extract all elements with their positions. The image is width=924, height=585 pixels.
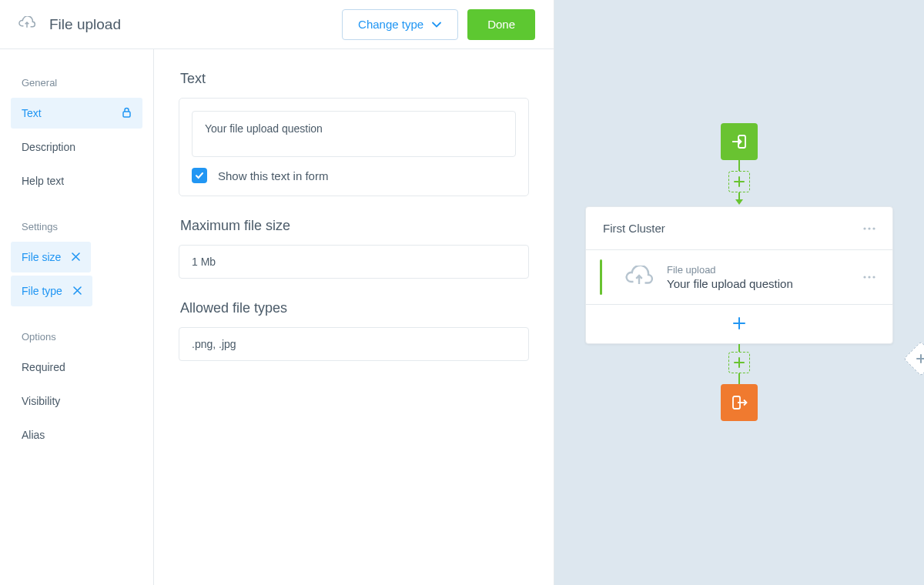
svg-point-6	[868, 276, 870, 278]
sidebar-item-label: File type	[22, 285, 62, 297]
done-button[interactable]: Done	[467, 9, 535, 40]
change-type-button[interactable]: Change type	[342, 9, 458, 40]
editor-header: File upload Change type Done	[0, 0, 554, 49]
plus-icon	[916, 353, 924, 364]
sidebar-item-label: Visibility	[22, 395, 60, 407]
sidebar-item-label: Description	[22, 141, 75, 153]
svg-point-4	[872, 227, 875, 229]
done-label: Done	[487, 18, 515, 31]
plus-icon	[734, 357, 745, 368]
cloud-upload-icon	[18, 16, 35, 33]
cluster-question-row[interactable]: File upload Your file upload question	[586, 250, 892, 305]
remove-icon[interactable]	[72, 251, 80, 263]
show-in-form-row[interactable]: Show this text in form	[192, 168, 516, 183]
question-text: Your file upload question	[667, 277, 793, 290]
exit-icon	[731, 394, 748, 411]
lock-icon	[122, 107, 132, 120]
max-size-input[interactable]: 1 Mb	[179, 245, 529, 279]
checkbox-checked-icon[interactable]	[192, 168, 207, 183]
enter-icon	[731, 133, 748, 150]
sidebar-item-help-text[interactable]: Help text	[11, 165, 142, 196]
max-size-value: 1 Mb	[192, 256, 216, 268]
section-general: General	[11, 71, 142, 95]
text-input-value: Your file upload question	[205, 122, 323, 135]
allowed-types-input[interactable]: .png, .jpg	[179, 327, 529, 361]
sidebar-item-label: Required	[22, 361, 65, 373]
svg-rect-0	[123, 112, 130, 117]
show-in-form-label: Show this text in form	[218, 169, 328, 182]
sidebar-item-label: File size	[22, 251, 61, 263]
allowed-types-value: .png, .jpg	[192, 338, 236, 350]
sidebar-item-label: Help text	[22, 175, 64, 187]
group-title-text: Text	[180, 71, 529, 87]
flow-column: First Cluster File upload Your file uplo…	[585, 123, 893, 421]
cluster-card[interactable]: First Cluster File upload Your file uplo…	[585, 206, 893, 344]
sidebar-item-text[interactable]: Text	[11, 98, 142, 129]
change-type-label: Change type	[358, 18, 424, 31]
group-title-allowed-types: Allowed file types	[180, 300, 529, 316]
editor-panel: File upload Change type Done General Tex…	[0, 0, 554, 585]
plus-icon	[734, 176, 745, 187]
sidebar-item-alias[interactable]: Alias	[11, 420, 142, 450]
cluster-header[interactable]: First Cluster	[586, 207, 892, 250]
svg-point-3	[868, 227, 870, 229]
group-title-max-size: Maximum file size	[180, 218, 529, 234]
section-settings: Settings	[11, 215, 142, 239]
sidebar-item-label: Alias	[22, 429, 45, 441]
more-icon[interactable]	[863, 276, 875, 279]
start-node[interactable]	[721, 123, 758, 160]
text-input[interactable]: Your file upload question	[192, 111, 516, 157]
svg-point-7	[872, 276, 875, 278]
cluster-add-row[interactable]	[586, 305, 892, 343]
add-node-button[interactable]	[728, 171, 750, 192]
add-branch-button[interactable]	[903, 341, 924, 376]
remove-icon[interactable]	[73, 285, 82, 297]
text-card: Your file upload question Show this text…	[179, 98, 529, 196]
sidebar-item-label: Text	[22, 107, 42, 119]
chevron-down-icon	[431, 19, 442, 30]
arrow-down-icon	[735, 199, 743, 205]
cloud-upload-icon	[625, 266, 653, 289]
page-title: File upload	[49, 16, 121, 33]
flow-canvas[interactable]: First Cluster File upload Your file uplo…	[554, 0, 924, 585]
end-node[interactable]	[721, 384, 758, 421]
svg-point-2	[863, 227, 865, 229]
section-options: Options	[11, 325, 142, 349]
plus-icon	[732, 316, 746, 333]
sidebar: General Text Description Help text Setti…	[0, 49, 154, 585]
svg-point-5	[863, 276, 865, 278]
sidebar-item-visibility[interactable]: Visibility	[11, 386, 142, 416]
active-indicator	[600, 259, 602, 295]
question-type-label: File upload	[667, 264, 793, 276]
question-text-block: File upload Your file upload question	[667, 264, 793, 290]
more-icon[interactable]	[863, 227, 875, 230]
editor-body: General Text Description Help text Setti…	[0, 49, 554, 585]
cluster-title: First Cluster	[603, 222, 665, 235]
add-node-button[interactable]	[728, 352, 750, 373]
config-panel: Text Your file upload question Show this…	[154, 49, 554, 585]
sidebar-item-file-type[interactable]: File type	[11, 276, 92, 306]
sidebar-item-required[interactable]: Required	[11, 352, 142, 383]
sidebar-item-file-size[interactable]: File size	[11, 242, 91, 272]
sidebar-item-description[interactable]: Description	[11, 132, 142, 162]
